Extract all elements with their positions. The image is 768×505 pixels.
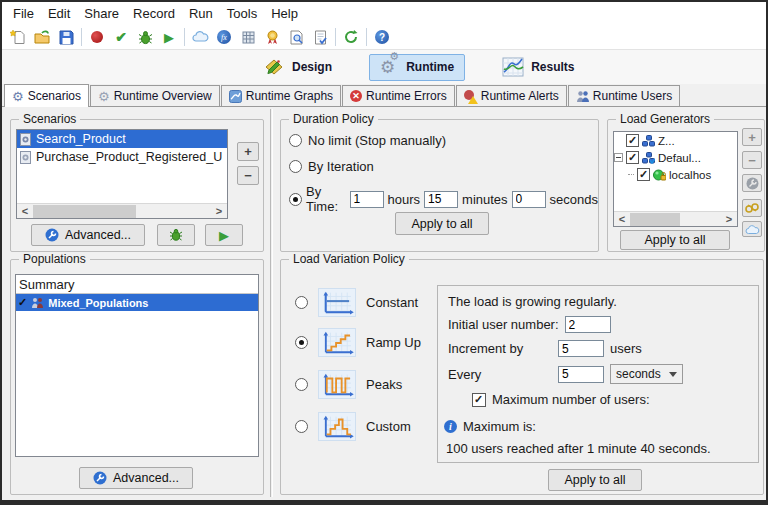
tree-row-zone[interactable]: Z...: [614, 132, 737, 149]
scroll-thumb[interactable]: [33, 205, 136, 218]
vertical-splitter[interactable]: [270, 109, 271, 497]
search-document-button[interactable]: [284, 26, 308, 48]
radio-constant[interactable]: Constant: [295, 288, 418, 317]
seconds-input[interactable]: [512, 191, 546, 208]
menu-edit[interactable]: Edit: [41, 3, 77, 24]
mode-design[interactable]: Design: [252, 52, 343, 82]
new-document-button[interactable]: [6, 26, 30, 48]
duration-apply-button[interactable]: Apply to all: [395, 212, 489, 235]
tree-row-default[interactable]: Defaul...: [614, 149, 737, 166]
cloud-small-icon: [745, 224, 760, 235]
radio-peaks[interactable]: Peaks: [295, 370, 402, 399]
scroll-left-icon[interactable]: <: [614, 213, 630, 225]
tab-runtime-errors[interactable]: ✕ Runtime Errors: [342, 85, 455, 106]
no-limit-radio[interactable]: [289, 134, 302, 147]
radio-ramp-up[interactable]: Ramp Up: [295, 328, 421, 357]
debug-button[interactable]: [133, 26, 157, 48]
play-button[interactable]: ▶: [157, 26, 181, 48]
hours-input[interactable]: [350, 191, 384, 208]
certificate-button[interactable]: [260, 26, 284, 48]
menu-run[interactable]: Run: [182, 3, 220, 24]
tab-runtime-alerts[interactable]: Runtime Alerts: [456, 85, 567, 106]
menu-record[interactable]: Record: [126, 3, 182, 24]
load-generators-hscrollbar[interactable]: < >: [614, 211, 737, 226]
design-icon: [263, 57, 285, 77]
increment-input[interactable]: [558, 340, 604, 357]
scenarios-panel: Scenarios Search_Product Purchase_Produc…: [10, 119, 264, 252]
scenario-remove-button[interactable]: −: [237, 166, 259, 185]
every-input[interactable]: [558, 366, 604, 383]
tab-scenarios[interactable]: ⚙ Scenarios: [4, 84, 89, 107]
tree-row-localhost[interactable]: localhos: [614, 166, 737, 183]
tab-runtime-users[interactable]: Runtime Users: [568, 85, 680, 106]
wrench-icon: [93, 471, 107, 485]
functions-button[interactable]: fx: [212, 26, 236, 48]
save-button[interactable]: [54, 26, 78, 48]
scenario-list-item[interactable]: Search_Product: [17, 130, 227, 148]
every-unit-select[interactable]: seconds: [610, 364, 683, 384]
collapse-icon[interactable]: [614, 153, 623, 162]
radio-no-limit[interactable]: No limit (Stop manually): [289, 133, 446, 148]
tab-runtime-overview[interactable]: ⚙ Runtime Overview: [90, 85, 220, 106]
functions-icon: fx: [217, 30, 231, 44]
tab-runtime-graphs[interactable]: Runtime Graphs: [221, 85, 341, 106]
menu-file[interactable]: File: [6, 3, 41, 24]
toolbar-separator: [335, 28, 336, 46]
custom-radio[interactable]: [295, 420, 308, 433]
record-button[interactable]: [85, 26, 109, 48]
populations-header[interactable]: Summary: [16, 275, 258, 294]
mode-runtime[interactable]: ⚙⚙ Runtime: [369, 54, 465, 81]
zone-checkbox[interactable]: [626, 134, 639, 147]
scroll-thumb[interactable]: [630, 213, 680, 226]
load-variation-apply-button[interactable]: Apply to all: [548, 469, 642, 491]
scenario-list-item[interactable]: Purchase_Product_Registered_U: [17, 148, 227, 166]
every-label: Every: [448, 367, 552, 382]
ramp-up-radio[interactable]: [295, 336, 308, 349]
radio-custom[interactable]: Custom: [295, 412, 411, 441]
scroll-right-icon[interactable]: >: [211, 205, 227, 217]
refresh-project-button[interactable]: [339, 26, 363, 48]
help-button[interactable]: ?: [370, 26, 394, 48]
maximum-text: 100 users reached after 1 minute 40 seco…: [446, 441, 711, 456]
scenario-add-button[interactable]: +: [237, 142, 259, 161]
peaks-radio[interactable]: [295, 378, 308, 391]
load-generators-apply-button[interactable]: Apply to all: [620, 230, 730, 250]
menu-share[interactable]: Share: [77, 3, 126, 24]
menu-help[interactable]: Help: [264, 3, 305, 24]
load-generator-remove-button[interactable]: −: [742, 151, 762, 169]
menu-tools[interactable]: Tools: [220, 3, 264, 24]
scroll-right-icon[interactable]: >: [721, 213, 737, 225]
scenarios-advanced-button[interactable]: Advanced...: [31, 224, 145, 246]
load-generator-cloud-button[interactable]: [742, 221, 762, 237]
localhost-checkbox[interactable]: [637, 168, 650, 181]
cluster-check-icon: [642, 152, 655, 164]
cloud-button[interactable]: [188, 26, 212, 48]
constant-radio[interactable]: [295, 296, 308, 309]
load-generator-add-button[interactable]: +: [742, 128, 762, 146]
load-generator-advanced-button[interactable]: [742, 174, 762, 192]
minutes-input[interactable]: [424, 191, 458, 208]
ramp-up-icon: [318, 328, 356, 357]
validate-button[interactable]: ✔: [109, 26, 133, 48]
scenario-check-button[interactable]: [157, 224, 195, 246]
by-iteration-radio[interactable]: [289, 160, 302, 173]
by-time-radio[interactable]: [289, 193, 302, 206]
default-checkbox[interactable]: [626, 151, 639, 164]
scenarios-hscrollbar[interactable]: < >: [17, 203, 227, 218]
population-row[interactable]: ✓ Mixed_Populations: [16, 294, 258, 311]
scenario-play-button[interactable]: ▶: [205, 224, 243, 246]
radio-by-iteration[interactable]: By Iteration: [289, 159, 374, 174]
data-table-button[interactable]: [236, 26, 260, 48]
radio-by-time[interactable]: By Time: hours minutes seconds: [289, 184, 598, 214]
load-generator-provision-button[interactable]: [742, 199, 762, 217]
initial-user-input[interactable]: [565, 316, 611, 333]
duration-policy-panel: Duration Policy No limit (Stop manually)…: [280, 119, 599, 252]
population-checkbox[interactable]: ✓: [18, 296, 27, 309]
mode-results[interactable]: Results: [491, 52, 585, 82]
max-users-checkbox[interactable]: [472, 393, 486, 407]
open-project-button[interactable]: [30, 26, 54, 48]
scroll-left-icon[interactable]: <: [17, 205, 33, 217]
check-list-button[interactable]: [308, 26, 332, 48]
scenario-label: Purchase_Product_Registered_U: [36, 150, 222, 164]
populations-advanced-button[interactable]: Advanced...: [79, 467, 193, 489]
